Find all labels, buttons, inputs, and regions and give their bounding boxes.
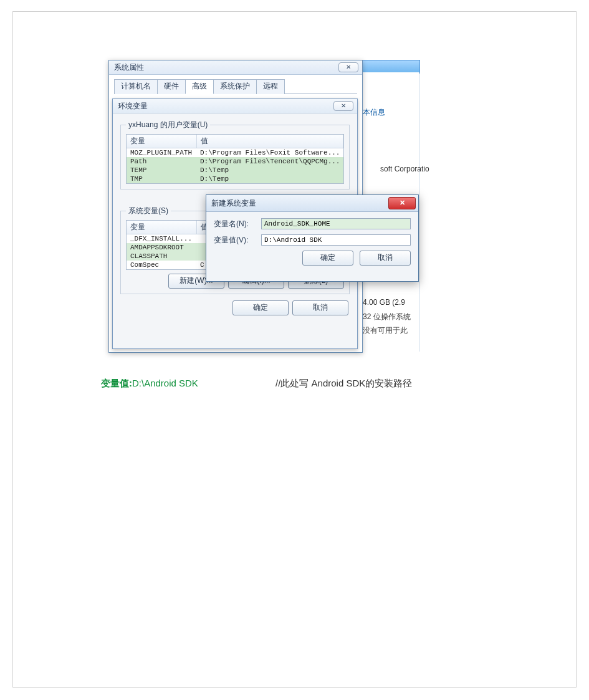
ok-button[interactable]: 确定 [232, 300, 289, 315]
user-variables-list[interactable]: 变量 值 MOZ_PLUGIN_PATH D:\Program Files\Fo… [126, 134, 344, 184]
col-variable[interactable]: 变量 [127, 135, 197, 148]
tab-advanced[interactable]: 高级 [185, 79, 214, 94]
var-value: D:\Program Files\Tencent\QQPCMg... [196, 157, 343, 166]
new-system-variable-dialog: 新建系统变量 ✕ 变量名(N): 变量值(V): 确定 取消 [206, 194, 419, 282]
variable-name-input[interactable] [261, 218, 411, 229]
bg-info-link[interactable]: 本信息 [363, 107, 385, 118]
tab-computer-name[interactable]: 计算机名 [114, 79, 158, 94]
tab-hardware[interactable]: 硬件 [157, 79, 186, 94]
table-row[interactable]: TMP D:\Temp [127, 175, 343, 183]
variable-value-input[interactable] [261, 234, 411, 246]
var-name: ComSpec [127, 261, 196, 269]
var-name: AMDAPPSDKROOT [127, 243, 196, 252]
close-icon[interactable]: ✕ [333, 101, 353, 111]
ok-button[interactable]: 确定 [302, 251, 353, 266]
col-value[interactable]: 值 [197, 135, 343, 148]
caption-line: 变量值:D:\Android SDK //此处写 Android SDK的安装路… [101, 378, 412, 390]
caption-value: D:\Android SDK [132, 378, 198, 388]
bg-os-label: 32 位操作系统 [363, 312, 411, 322]
caption-label: 变量值: [101, 378, 132, 388]
newvar-body: 变量名(N): 变量值(V): 确定 取消 [206, 212, 418, 271]
variable-name-label: 变量名(N): [214, 219, 261, 229]
bg-corp-label: soft Corporatio [380, 165, 429, 173]
system-properties-titlebar[interactable]: 系统属性 ✕ [109, 60, 362, 75]
table-row[interactable]: TEMP D:\Temp [127, 166, 343, 175]
var-value: D:\Temp [196, 175, 343, 183]
cancel-button[interactable]: 取消 [292, 300, 348, 315]
var-name: TEMP [127, 166, 196, 175]
system-variables-legend: 系统变量(S) [126, 206, 171, 216]
dialog-button-row: 确定 取消 [113, 300, 348, 315]
var-name: _DFX_INSTALL... [127, 234, 196, 243]
var-name: TMP [127, 175, 196, 183]
close-icon[interactable]: ✕ [388, 197, 416, 209]
newvar-title: 新建系统变量 [211, 199, 256, 208]
table-row[interactable]: MOZ_PLUGIN_PATH D:\Program Files\Foxit S… [127, 148, 343, 157]
caption-comment: //此处写 Android SDK的安装路径 [275, 378, 412, 388]
variable-name-row: 变量名(N): [214, 218, 411, 229]
var-name: CLASSPATH [127, 252, 196, 261]
var-value: D:\Program Files\Foxit Software... [196, 148, 343, 157]
col-variable[interactable]: 变量 [127, 221, 197, 234]
tab-system-protection[interactable]: 系统保护 [213, 79, 257, 94]
newvar-button-row: 确定 取消 [214, 251, 411, 266]
tab-remote[interactable]: 远程 [256, 79, 285, 94]
user-variables-legend: yxHuang 的用户变量(U) [126, 120, 210, 130]
system-properties-title: 系统属性 [114, 63, 144, 72]
table-row[interactable]: Path D:\Program Files\Tencent\QQPCMg... [127, 157, 343, 166]
var-value: D:\Temp [196, 166, 343, 175]
var-name: MOZ_PLUGIN_PATH [127, 148, 196, 157]
variable-value-row: 变量值(V): [214, 234, 411, 246]
list-header: 变量 值 [127, 135, 343, 148]
envvar-titlebar[interactable]: 环境变量 ✕ [113, 99, 357, 113]
cancel-button[interactable]: 取消 [360, 251, 411, 266]
tab-strip: 计算机名 硬件 高级 系统保护 远程 [114, 79, 357, 94]
user-variables-group: yxHuang 的用户变量(U) 变量 值 MOZ_PLUGIN_PATH D:… [120, 120, 350, 189]
bg-ram-label: 4.00 GB (2.9 [363, 298, 405, 307]
variable-value-label: 变量值(V): [214, 235, 261, 246]
envvar-title: 环境变量 [118, 102, 148, 110]
var-name: Path [127, 157, 196, 166]
newvar-titlebar[interactable]: 新建系统变量 ✕ [206, 195, 418, 212]
close-icon[interactable]: ✕ [338, 62, 358, 72]
bg-pen-label: 没有可用于此 [363, 325, 408, 336]
